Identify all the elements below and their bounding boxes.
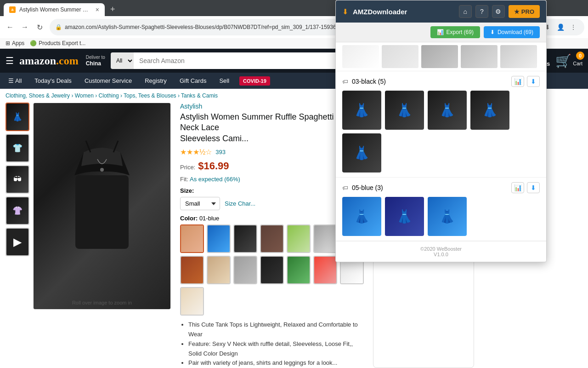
pro-star-icon: ★ — [514, 8, 520, 15]
download-icon: ⬇ — [490, 29, 495, 35]
amz-settings-button[interactable]: ⚙ — [492, 5, 505, 18]
amz-export-button[interactable]: 📊 Export (69) — [430, 26, 480, 38]
amazon-logo[interactable]: amazon.com — [19, 55, 79, 67]
black-thumb-1[interactable]: 👗 — [342, 91, 381, 130]
swatch-13[interactable] — [313, 256, 337, 284]
forward-button[interactable]: → — [18, 21, 31, 34]
thumbnail-1[interactable]: 👗 — [6, 103, 29, 131]
nav-all[interactable]: ☰ All — [6, 75, 24, 86]
swatch-4[interactable] — [260, 224, 284, 253]
fit-label: Fit: — [180, 176, 188, 183]
blue-thumb-3[interactable]: 👗 — [428, 197, 467, 236]
lock-icon: 🔒 — [55, 24, 62, 30]
image-group-black: 🏷 03-black (5) 📊 ⬇ 👗 👗 👗 👗 👗 — [336, 71, 546, 178]
thumbnail-2[interactable]: 👕 — [6, 134, 29, 162]
size-select[interactable]: Small Medium Large X-Large — [180, 197, 220, 210]
breadcrumb-women[interactable]: Women — [75, 92, 94, 99]
nav-todays-deals[interactable]: Today's Deals — [32, 75, 74, 86]
nav-registry[interactable]: Registry — [142, 75, 170, 86]
star-rating[interactable]: ★★★½☆ — [180, 148, 212, 156]
strip-img-2 — [382, 45, 418, 68]
swatch-3[interactable] — [233, 224, 257, 253]
swatch-5[interactable] — [287, 224, 311, 253]
swatch-6[interactable] — [313, 224, 337, 253]
top-images-strip — [336, 42, 546, 71]
products-export-label: Products Export t... — [39, 40, 85, 46]
reload-button[interactable]: ↻ — [33, 21, 46, 34]
group-blue-images: 👗 👗 👗 — [342, 197, 540, 236]
group-blue-header: 🏷 05-blue (3) 📊 ⬇ — [342, 182, 540, 193]
group-blue-download-button[interactable]: ⬇ — [527, 182, 540, 193]
zoom-text: Roll over image to zoom in — [72, 300, 132, 305]
cart-count: 0 — [576, 52, 584, 60]
covid-badge[interactable]: COVID-19 — [239, 76, 270, 86]
tag-icon: 🏷 — [342, 78, 348, 85]
black-thumb-4[interactable]: 👗 — [470, 91, 509, 130]
black-thumb-3[interactable]: 👗 — [428, 91, 467, 130]
thumbnails: 👗 👕 🕶 👚 ▶ — [6, 103, 29, 368]
swatch-1[interactable] — [180, 224, 204, 253]
active-tab[interactable]: a Astylish Women Summer Ruffle... × — [4, 3, 105, 16]
amz-version: V1.0.0 — [340, 252, 542, 257]
search-category-select[interactable]: All — [111, 52, 134, 69]
group-blue-export-button[interactable]: 📊 — [511, 182, 524, 193]
amz-pro-button[interactable]: ★ PRO — [509, 5, 540, 18]
profile-button[interactable]: 👤 — [555, 22, 566, 33]
main-product-image[interactable]: Roll over image to zoom in — [33, 103, 171, 310]
thumbnail-3[interactable]: 🕶 — [6, 165, 29, 194]
swatch-12[interactable] — [287, 256, 311, 284]
swatch-9[interactable] — [207, 256, 231, 284]
swatch-2[interactable] — [207, 224, 231, 253]
tab-close-button[interactable]: × — [96, 6, 99, 13]
bullet-1: This Cute Tank Tops is Lightweight, Rela… — [188, 320, 364, 339]
group-black-export-button[interactable]: 📊 — [511, 76, 524, 87]
amz-header: ⬇ AMZDownloader ⌂ ? ⚙ ★ PRO — [336, 0, 546, 23]
bookmark-icon: 🟢 — [30, 40, 37, 46]
breadcrumb-clothing-shoes[interactable]: Clothing, Shoes & Jewelry — [6, 92, 70, 99]
group-black-label: 03-black (5) — [352, 78, 508, 85]
tab-favicon: a — [9, 6, 16, 13]
back-button[interactable]: ← — [4, 21, 17, 34]
group-blue-actions: 📊 ⬇ — [511, 182, 540, 193]
amz-download-button[interactable]: ⬇ Download (69) — [484, 26, 540, 38]
swatch-11[interactable] — [260, 256, 284, 284]
tab-label: Astylish Women Summer Ruffle... — [19, 6, 92, 13]
swatch-15[interactable] — [180, 287, 204, 316]
review-count[interactable]: 393 — [215, 149, 226, 155]
breadcrumb-tanks[interactable]: Tanks & Camis — [181, 92, 218, 99]
thumbnail-video[interactable]: ▶ — [6, 228, 29, 256]
swatch-8[interactable] — [180, 256, 204, 284]
cart-button[interactable]: 🛒 0 Cart — [555, 53, 582, 69]
strip-img-4 — [461, 45, 498, 68]
cart-label: Cart — [573, 61, 582, 66]
download-label: Download (69) — [498, 29, 533, 35]
breadcrumb-clothing[interactable]: Clothing — [99, 92, 119, 99]
thumbnail-4[interactable]: 👚 — [6, 196, 29, 225]
products-export-bookmark[interactable]: 🟢 Products Export t... — [30, 40, 85, 46]
nav-customer-service[interactable]: Customer Service — [82, 75, 135, 86]
black-thumb-2[interactable]: 👗 — [385, 91, 424, 130]
black-thumb-5[interactable]: 👗 — [342, 133, 381, 172]
deliver-to-label: Deliver to — [86, 55, 105, 60]
deliver-to[interactable]: Deliver to China — [86, 55, 105, 67]
breadcrumb-tops[interactable]: Tops, Tees & Blouses — [124, 92, 176, 99]
apps-bookmark[interactable]: ⊞ Apps — [6, 40, 24, 46]
new-tab-button[interactable]: + — [107, 3, 119, 16]
blue-thumb-2[interactable]: 👗 — [385, 197, 424, 236]
hamburger-icon[interactable]: ☰ — [6, 55, 14, 66]
group-black-download-button[interactable]: ⬇ — [527, 76, 540, 87]
blue-thumb-1[interactable]: 👗 — [342, 197, 381, 236]
size-chart-link[interactable]: Size Char... — [225, 200, 255, 207]
amz-footer: ©2020 WeBooster V1.0.0 — [336, 241, 546, 262]
amz-header-buttons: ⌂ ? ⚙ ★ PRO — [459, 5, 540, 18]
nav-sell[interactable]: Sell — [216, 75, 232, 86]
fit-value[interactable]: As expected (66%) — [190, 176, 240, 183]
swatch-10[interactable] — [233, 256, 257, 284]
bullet-2: Feature: Sexy V Neck with ruffle detail,… — [188, 339, 364, 359]
amz-home-button[interactable]: ⌂ — [459, 5, 472, 18]
amz-help-button[interactable]: ? — [475, 5, 488, 18]
pro-label: PRO — [521, 8, 534, 15]
nav-gift-cards[interactable]: Gift Cards — [177, 75, 209, 86]
amz-title: AMZDownloader — [353, 8, 454, 16]
menu-button[interactable]: ⋮ — [568, 22, 579, 33]
